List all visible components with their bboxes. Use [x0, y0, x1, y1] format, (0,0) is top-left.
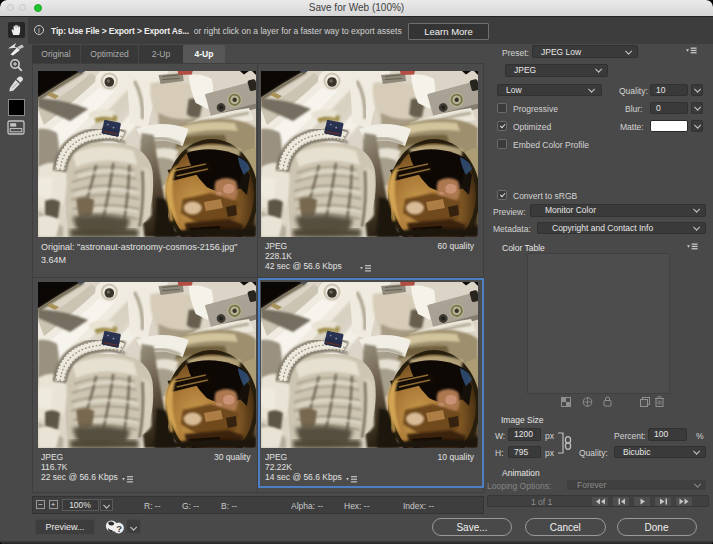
svg-text:?: ?: [116, 523, 122, 534]
